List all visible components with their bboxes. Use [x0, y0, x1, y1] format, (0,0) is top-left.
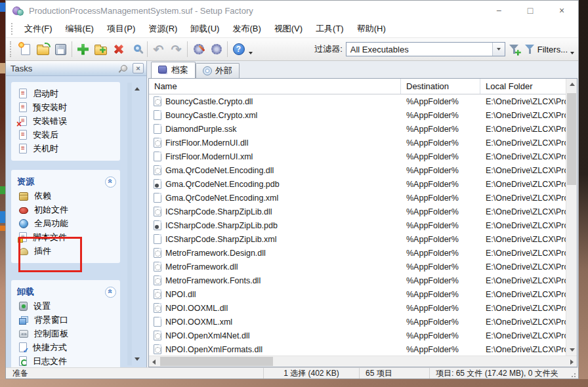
preferences-button[interactable]	[207, 40, 225, 59]
help-button[interactable]	[230, 40, 247, 59]
vertical-scroll-thumb[interactable]	[567, 93, 576, 185]
toolbar-grip[interactable]	[10, 41, 12, 57]
collapse-chevron-icon[interactable]	[105, 287, 116, 298]
menu-uninstall[interactable]: 卸载(U)	[184, 20, 226, 37]
minimize-button[interactable]: −	[493, 5, 505, 16]
toolbar-overflow-arrow[interactable]	[249, 52, 253, 54]
sidebar-item[interactable]: 初始文件	[11, 203, 120, 216]
table-row[interactable]: FirstFloor.ModernUI.xml %AppFolder% E:\O…	[149, 150, 566, 163]
scroll-down-icon[interactable]	[135, 357, 140, 361]
table-row[interactable]: NPOI.OpenXml4Net.dll %AppFolder% E:\OneD…	[149, 329, 566, 342]
desktop-icon-fragment	[0, 3, 5, 12]
new-folder-button[interactable]	[92, 40, 110, 59]
scroll-down-icon[interactable]	[570, 348, 575, 352]
menu-project[interactable]: 项目(P)	[100, 20, 142, 37]
uninstall-panel: 卸载 设置 背景窗口	[11, 280, 120, 367]
sidebar-item[interactable]: 安装错误	[11, 114, 120, 128]
table-row[interactable]: FirstFloor.ModernUI.dll %AppFolder% E:\O…	[149, 136, 566, 150]
table-row[interactable]: NPOI.OpenXmlFormats.dll %AppFolder% E:\O…	[149, 342, 566, 356]
new-project-button[interactable]	[16, 40, 34, 59]
scroll-up-icon[interactable]	[135, 87, 140, 91]
tab-archive[interactable]: 档案	[151, 62, 196, 78]
funnel-icon	[524, 45, 536, 54]
resize-grip[interactable]	[570, 371, 576, 378]
filter-combobox[interactable]: All Executables	[346, 42, 505, 56]
table-rows: BouncyCastle.Crypto.dll %AppFolder% E:\O…	[149, 94, 566, 356]
add-filter-button[interactable]	[505, 40, 523, 59]
sidebar-item[interactable]: 关机时	[11, 142, 120, 155]
scroll-up-icon[interactable]	[570, 83, 575, 86]
pin-icon[interactable]	[121, 65, 127, 71]
table-row[interactable]: MetroFramework.dll %AppFolder% E:\OneDri…	[149, 260, 566, 274]
sidebar-item[interactable]: 快捷方式	[11, 340, 120, 354]
sidebar-item[interactable]: 安装后	[11, 128, 120, 142]
table-row[interactable]: ICSharpCode.SharpZipLib.xml %AppFolder% …	[149, 232, 566, 246]
column-header-destination[interactable]: Destination	[401, 79, 480, 94]
dll-file-icon	[154, 165, 161, 175]
table-row[interactable]: ICSharpCode.SharpZipLib.dll %AppFolder% …	[149, 205, 566, 218]
sidebar-item[interactable]: 依赖	[11, 189, 120, 203]
table-row[interactable]: DiamondPurple.ssk %AppFolder% E:\OneDriv…	[149, 122, 566, 136]
close-button[interactable]: ×	[556, 5, 568, 16]
sidebar-item[interactable]: 全局功能	[11, 216, 120, 230]
resources-header: 资源	[17, 176, 105, 188]
menu-help[interactable]: 帮助(H)	[350, 20, 392, 37]
save-button[interactable]	[52, 40, 70, 59]
filter-overflow-arrow[interactable]	[570, 52, 574, 54]
table-row[interactable]: ICSharpCode.SharpZipLib.pdb %AppFolder% …	[149, 218, 566, 232]
search-icon	[134, 45, 141, 52]
scroll-left-icon[interactable]	[152, 359, 156, 365]
combo-dropdown-button[interactable]	[492, 43, 505, 56]
vertical-scrollbar[interactable]	[566, 79, 577, 356]
menu-edit[interactable]: 编辑(E)	[59, 20, 100, 37]
sidebar-item[interactable]: 预安装时	[11, 100, 120, 114]
sidebar-item[interactable]: 控制面板	[11, 327, 120, 340]
maximize-button[interactable]: □	[524, 5, 536, 16]
sidebar-item[interactable]: 背景窗口	[11, 313, 120, 327]
menu-file[interactable]: 文件(F)	[18, 20, 59, 37]
tasks-close-button[interactable]: ×	[133, 63, 144, 73]
sidebar-item[interactable]: 日志文件	[11, 354, 120, 367]
project-settings-button[interactable]	[190, 40, 207, 59]
table-row[interactable]: BouncyCastle.Crypto.dll %AppFolder% E:\O…	[149, 94, 566, 108]
table-row[interactable]: NPOI.OOXML.dll %AppFolder% E:\OneDrive\Z…	[149, 301, 566, 315]
horizontal-scrollbar[interactable]	[149, 356, 577, 367]
table-row[interactable]: Gma.QrCodeNet.Encoding.pdb %AppFolder% E…	[149, 177, 566, 191]
redo-button[interactable]	[167, 40, 185, 59]
dll-file-icon	[154, 207, 161, 216]
sidebar-item[interactable]: 设置	[11, 299, 120, 313]
column-header-name[interactable]: Name	[149, 79, 401, 94]
table-row[interactable]: Gma.QrCodeNet.Encoding.xml %AppFolder% E…	[149, 191, 566, 205]
open-project-button[interactable]	[34, 40, 52, 59]
tasks-caption: Tasks	[10, 64, 121, 73]
find-button[interactable]	[127, 40, 145, 59]
sidebar-scrollbar[interactable]	[127, 83, 144, 365]
table-row[interactable]: BouncyCastle.Crypto.xml %AppFolder% E:\O…	[149, 108, 566, 122]
collapse-chevron-icon[interactable]	[105, 176, 116, 188]
toolbar-separator	[227, 41, 228, 57]
tasks-sidebar: Tasks × 启动时 预安装时	[6, 61, 146, 367]
filters-button[interactable]: Filters...	[523, 45, 569, 54]
menu-publish[interactable]: 发布(B)	[226, 20, 267, 37]
menu-view[interactable]: 视图(V)	[268, 20, 309, 37]
table-row[interactable]: NPOI.OOXML.xml %AppFolder% E:\OneDrive\Z…	[149, 315, 566, 329]
menubar-grip[interactable]	[11, 23, 14, 35]
menu-tools[interactable]: 工具(T)	[309, 20, 350, 37]
column-header-local-folder[interactable]: Local Folder	[480, 79, 566, 94]
table-row[interactable]: MetroFramework.Fonts.dll %AppFolder% E:\…	[149, 274, 566, 287]
menu-resources[interactable]: 资源(R)	[142, 20, 184, 37]
delete-button[interactable]	[110, 40, 127, 59]
tab-external[interactable]: 外部	[196, 63, 240, 78]
horizontal-scroll-thumb[interactable]	[160, 357, 273, 366]
script-icon	[19, 89, 27, 98]
add-files-button[interactable]	[74, 40, 92, 59]
scroll-right-icon[interactable]	[570, 359, 574, 365]
tasks-panel: 启动时 预安装时 安装错误 安装后	[11, 82, 120, 161]
table-row[interactable]: NPOI.dll %AppFolder% E:\OneDrive\ZLCX\Pr…	[149, 287, 566, 301]
table-row[interactable]: Gma.QrCodeNet.Encoding.dll %AppFolder% E…	[149, 163, 566, 177]
sidebar-item[interactable]: 启动时	[11, 87, 120, 100]
table-row[interactable]: MetroFramework.Design.dll %AppFolder% E:…	[149, 246, 566, 260]
pdb-file-icon	[154, 220, 161, 230]
status-project-summary: 项目: 65 文件 (17.42 MB), 0 文件夹	[429, 368, 570, 378]
undo-button[interactable]	[150, 40, 167, 59]
